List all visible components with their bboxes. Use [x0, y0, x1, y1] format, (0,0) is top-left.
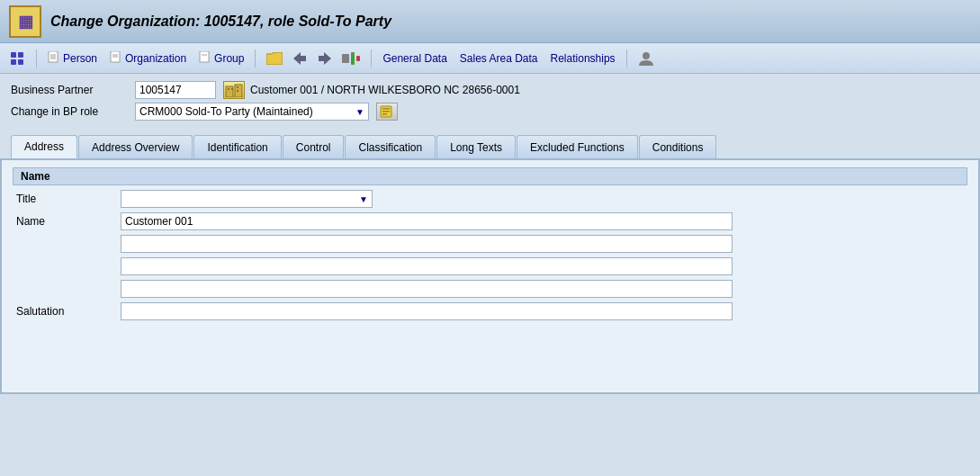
- toolbar: Person Organization Group: [0, 43, 980, 74]
- name4-field-row: [13, 279, 967, 299]
- customer-text: Customer 001 / NORTH WILKESBORO NC 28656…: [250, 84, 520, 96]
- dropdown-arrow-icon: ▼: [355, 107, 364, 117]
- bp-role-row: Change in BP role CRM000 Sold-To Party (…: [11, 103, 969, 121]
- name-input[interactable]: [121, 212, 733, 230]
- tabs-container: Address Address Overview Identification …: [0, 128, 980, 158]
- form-area: Business Partner Customer 001 / NORTH WI…: [0, 74, 980, 128]
- tab-conditions[interactable]: Conditions: [639, 135, 717, 158]
- group-button[interactable]: Group: [195, 49, 247, 67]
- svg-rect-24: [231, 88, 233, 90]
- tab-long-texts[interactable]: Long Texts: [436, 135, 516, 158]
- tab-conditions-label: Conditions: [652, 141, 704, 154]
- svg-rect-28: [382, 108, 390, 110]
- tab-control[interactable]: Control: [283, 135, 345, 158]
- salutation-field-row: Salutation: [13, 301, 967, 321]
- tab-excluded-functions-label: Excluded Functions: [530, 141, 625, 154]
- title-field-row: Title ▼: [13, 189, 967, 209]
- folder-icon: [266, 52, 283, 65]
- bp-input[interactable]: [135, 81, 216, 99]
- svg-rect-11: [200, 51, 209, 62]
- svg-rect-17: [342, 54, 349, 63]
- sep-4: [626, 49, 627, 67]
- person-label: Person: [63, 52, 97, 65]
- general-data-button[interactable]: General Data: [379, 50, 450, 67]
- tab-long-texts-label: Long Texts: [450, 141, 502, 154]
- bp-label: Business Partner: [11, 84, 128, 96]
- forward-button[interactable]: [315, 49, 333, 67]
- person-button[interactable]: Person: [44, 49, 101, 67]
- sep-1: [36, 49, 37, 67]
- organization-button[interactable]: Organization: [106, 49, 190, 67]
- sep-2: [255, 49, 256, 67]
- tab-identification[interactable]: Identification: [193, 135, 281, 158]
- tools-button[interactable]: [338, 50, 364, 67]
- menu-grid-icon: [11, 52, 25, 65]
- svg-rect-25: [237, 86, 238, 88]
- bp-role-label: Change in BP role: [11, 105, 128, 118]
- tab-excluded-functions[interactable]: Excluded Functions: [517, 135, 638, 158]
- title-label: Title: [13, 193, 121, 205]
- sales-area-data-button[interactable]: Sales Area Data: [456, 50, 542, 67]
- customer-info: Customer 001 / NORTH WILKESBORO NC 28656…: [223, 81, 520, 99]
- menu-icon-btn[interactable]: [7, 50, 29, 67]
- organization-label: Organization: [125, 52, 186, 65]
- title-bar: ▦ Change Organization: 1005147, role Sol…: [0, 0, 980, 43]
- svg-rect-2: [11, 59, 16, 65]
- user-icon: [638, 51, 654, 66]
- svg-rect-26: [237, 90, 238, 92]
- folder-button[interactable]: [263, 50, 286, 67]
- name3-input[interactable]: [121, 257, 733, 275]
- tab-address-label: Address: [24, 140, 64, 153]
- title-dropdown[interactable]: ▼: [121, 190, 373, 208]
- svg-rect-0: [11, 52, 16, 58]
- tools-icon: [342, 52, 360, 65]
- name3-field-row: [13, 256, 967, 276]
- back-button[interactable]: [292, 49, 310, 67]
- bp-row: Business Partner Customer 001 / NORTH WI…: [11, 81, 969, 99]
- name-section-header: Name: [13, 167, 967, 185]
- bp-role-dropdown[interactable]: CRM000 Sold-To Party (Maintained) ▼: [135, 103, 369, 121]
- svg-rect-21: [226, 86, 233, 97]
- group-label: Group: [214, 52, 244, 65]
- svg-rect-16: [319, 56, 324, 61]
- general-data-label: General Data: [382, 52, 446, 65]
- customer-icon: [223, 81, 245, 99]
- window-title: Change Organization: 1005147, role Sold-…: [50, 13, 391, 30]
- svg-rect-14: [301, 56, 306, 61]
- sales-area-data-label: Sales Area Data: [460, 52, 538, 65]
- bp-role-value: CRM000 Sold-To Party (Maintained): [139, 105, 313, 118]
- relationships-button[interactable]: Relationships: [547, 50, 619, 67]
- bp-role-action-button[interactable]: [376, 103, 398, 121]
- tab-address-overview-label: Address Overview: [92, 141, 179, 154]
- tab-classification-label: Classification: [358, 141, 422, 154]
- address-tab-content: Name Title ▼ Name Salutation: [1, 159, 979, 393]
- svg-rect-19: [356, 56, 360, 61]
- salutation-label: Salutation: [13, 305, 121, 318]
- svg-point-20: [643, 52, 650, 59]
- buildings-icon: [225, 83, 243, 97]
- name2-field-row: [13, 234, 967, 254]
- group-icon: [199, 51, 211, 66]
- relationships-label: Relationships: [551, 52, 616, 65]
- sep-3: [371, 49, 372, 67]
- tab-address-overview[interactable]: Address Overview: [78, 135, 193, 158]
- title-dropdown-arrow-icon: ▼: [359, 194, 368, 204]
- back-arrow-icon: [293, 52, 308, 65]
- user-button[interactable]: [634, 49, 658, 67]
- organization-icon: [110, 51, 122, 66]
- tab-control-label: Control: [296, 141, 331, 154]
- name2-input[interactable]: [121, 235, 733, 253]
- svg-rect-3: [18, 59, 23, 65]
- salutation-input[interactable]: [121, 302, 733, 320]
- tab-address[interactable]: Address: [11, 135, 77, 158]
- tab-classification[interactable]: Classification: [345, 135, 436, 158]
- svg-rect-1: [18, 52, 23, 58]
- svg-marker-15: [324, 52, 331, 65]
- tab-content: Name Title ▼ Name Salutation: [0, 158, 980, 394]
- name4-input[interactable]: [121, 280, 733, 298]
- app-icon: ▦: [9, 5, 41, 38]
- svg-rect-23: [228, 88, 229, 90]
- svg-rect-18: [351, 52, 355, 65]
- svg-marker-13: [293, 52, 301, 65]
- svg-rect-30: [382, 113, 387, 115]
